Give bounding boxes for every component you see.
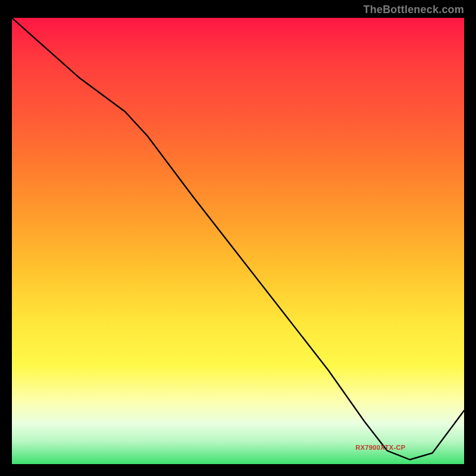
watermark-text: TheBottleneck.com [364, 4, 464, 16]
bottleneck-curve [12, 18, 464, 464]
x-axis-annotation: RX7900XTX-CP [356, 444, 406, 451]
chart-frame: TheBottleneck.com RX7900XTX-CP [0, 0, 476, 476]
plot-area: RX7900XTX-CP [12, 18, 464, 464]
curve-path [12, 18, 464, 460]
